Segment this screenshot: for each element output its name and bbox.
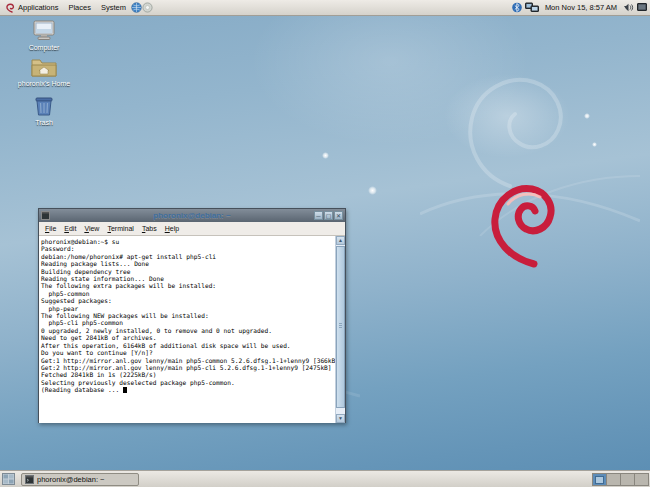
places-menu[interactable]: Places	[63, 0, 96, 15]
applications-menu-label: Applications	[18, 3, 58, 12]
scroll-up-arrow[interactable]: ▲	[336, 236, 345, 245]
taskbar-task-terminal[interactable]: phoronix@debian: ~	[21, 473, 139, 486]
menu-terminal[interactable]: Terminal	[104, 225, 136, 232]
sparkle	[368, 186, 377, 195]
desktop-icon-home[interactable]: phoronix's Home	[12, 56, 76, 88]
terminal-line-current: (Reading database ...	[41, 386, 335, 393]
desktop-icon-trash[interactable]: Trash	[12, 94, 76, 127]
menu-file[interactable]: File	[42, 225, 59, 232]
scroll-thumb[interactable]	[336, 246, 345, 408]
network-icon[interactable]	[525, 2, 539, 13]
desktop-icon-label: phoronix's Home	[18, 80, 70, 88]
terminal-line: After this operation, 6164kB of addition…	[41, 342, 335, 349]
menu-edit[interactable]: Edit	[61, 225, 79, 232]
bottom-taskbar: phoronix@debian: ~	[0, 470, 650, 487]
system-menu-label: System	[101, 3, 126, 12]
workspace-switcher	[593, 473, 649, 486]
terminal-cursor	[123, 387, 127, 393]
terminal-line: Need to get 2841kB of archives.	[41, 334, 335, 341]
menu-tabs[interactable]: Tabs	[139, 225, 160, 232]
terminal-line: debian:/home/phoronix# apt-get install p…	[41, 253, 335, 260]
show-desktop-icon	[2, 473, 15, 485]
scroll-track[interactable]	[336, 245, 345, 414]
workspace-4[interactable]	[634, 473, 649, 486]
terminal-line: Get:2 http://mirror.anl.gov lenny/main p…	[41, 364, 335, 371]
help-launcher[interactable]	[142, 2, 153, 13]
maximize-button[interactable]: ▢	[324, 211, 333, 220]
terminal-line: 0 upgraded, 2 newly installed, 0 to remo…	[41, 327, 335, 334]
terminal-line: php-pear	[41, 305, 335, 312]
volume-icon[interactable]	[623, 2, 634, 13]
sparkle	[592, 142, 597, 147]
terminal-line: php5-cli php5-common	[41, 319, 335, 326]
terminal-task-icon	[25, 475, 34, 484]
terminal-line: phoronix@debian:~$ su	[41, 238, 335, 245]
show-desktop-button[interactable]	[1, 472, 16, 486]
terminal-line: Do you want to continue [Y/n]?	[41, 349, 335, 356]
browser-globe-icon	[131, 2, 142, 13]
desktop-wallpaper[interactable]: Computer phoronix's Home Trash	[0, 16, 650, 470]
workspace-1[interactable]	[592, 473, 607, 486]
terminal-menubar: File Edit View Terminal Tabs Help	[39, 222, 345, 236]
terminal-titlebar[interactable]: phoronix@debian: ~ ─ ▢ ✕	[39, 209, 345, 222]
terminal-line: The following NEW packages will be insta…	[41, 312, 335, 319]
help-lifebuoy-icon	[142, 2, 153, 13]
minimize-button[interactable]: ─	[314, 211, 323, 220]
terminal-line: Reading state information... Done	[41, 275, 335, 282]
home-folder-icon	[30, 56, 58, 78]
computer-icon	[31, 20, 57, 42]
top-panel: Applications Places System	[0, 0, 650, 16]
workspace-2[interactable]	[606, 473, 621, 486]
terminal-line: Suggested packages:	[41, 297, 335, 304]
desktop-icon-computer[interactable]: Computer	[12, 20, 76, 52]
terminal-line: Fetched 2841kB in 1s (2225kB/s)	[41, 371, 335, 378]
places-menu-label: Places	[68, 3, 91, 12]
sparkle	[584, 113, 590, 119]
scroll-down-arrow[interactable]: ▼	[336, 414, 345, 423]
terminal-line: php5-common	[41, 290, 335, 297]
terminal-scrollbar[interactable]: ▲ ▼	[335, 236, 345, 423]
menu-view[interactable]: View	[81, 225, 102, 232]
task-button-label: phoronix@debian: ~	[37, 475, 104, 484]
terminal-window: phoronix@debian: ~ ─ ▢ ✕ File Edit View …	[38, 208, 346, 423]
window-title: phoronix@debian: ~	[39, 211, 345, 220]
terminal-output[interactable]: phoronix@debian:~$ su Password: debian:/…	[39, 236, 335, 423]
workspace-3[interactable]	[620, 473, 635, 486]
terminal-line: Building dependency tree	[41, 268, 335, 275]
close-button[interactable]: ✕	[334, 211, 343, 220]
terminal-line-text: (Reading database ...	[41, 386, 123, 393]
debian-menu-icon	[5, 3, 15, 13]
screen: Computer phoronix's Home Trash	[0, 0, 650, 487]
desktop-icon-label: Trash	[35, 119, 53, 127]
applications-menu[interactable]: Applications	[0, 0, 63, 15]
terminal-line: Selecting previously deselected package …	[41, 379, 335, 386]
browser-launcher[interactable]	[131, 2, 142, 13]
menu-help[interactable]: Help	[162, 225, 182, 232]
terminal-line: Get:1 http://mirror.anl.gov lenny/main p…	[41, 357, 335, 364]
desktop-icon-label: Computer	[29, 44, 60, 52]
debian-logo	[488, 184, 556, 268]
terminal-line: The following extra packages will be ins…	[41, 282, 335, 289]
clock[interactable]: Mon Nov 15, 8:57 AM	[542, 3, 620, 12]
trash-icon	[33, 94, 55, 117]
sparkle	[322, 152, 329, 159]
system-menu[interactable]: System	[96, 0, 131, 15]
bluetooth-icon[interactable]	[512, 2, 522, 13]
display-icon[interactable]	[637, 3, 647, 12]
terminal-line: Reading package lists... Done	[41, 260, 335, 267]
terminal-line: Password:	[41, 245, 335, 252]
